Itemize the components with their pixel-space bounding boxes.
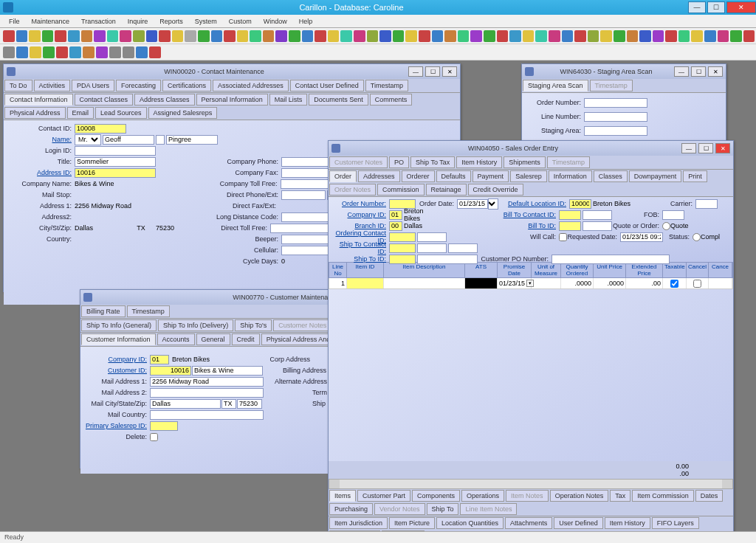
tab-ship-to-info-general-[interactable]: Ship To Info (General) — [81, 319, 157, 331]
cell-price[interactable]: .0000 — [594, 278, 626, 288]
toolbar-button-40[interactable] — [523, 30, 535, 42]
col-uom[interactable]: Unit of Measure — [532, 263, 561, 277]
cell-qty[interactable]: .0000 — [561, 278, 594, 288]
tab-information[interactable]: Information — [549, 170, 592, 182]
minimize-button[interactable]: — — [674, 66, 689, 77]
toolbar-button-25[interactable] — [328, 30, 340, 42]
ordering-contact-field[interactable] — [389, 232, 416, 242]
tab-location-quantities[interactable]: Location Quantities — [436, 517, 504, 529]
tab-operations[interactable]: Operations — [461, 490, 504, 502]
toolbar-button-33[interactable] — [432, 30, 444, 42]
cell-cancel[interactable] — [687, 278, 709, 288]
toolbar-button-11[interactable] — [149, 46, 161, 58]
tab-payment[interactable]: Payment — [472, 170, 509, 182]
tab-timestamp[interactable]: Timestamp — [365, 80, 408, 91]
toolbar-button-6[interactable] — [83, 46, 94, 58]
tab-address-classes[interactable]: Address Classes — [134, 94, 195, 106]
toolbar-button-35[interactable] — [458, 30, 470, 42]
tab-components[interactable]: Components — [412, 490, 460, 502]
toolbar-button-54[interactable] — [704, 30, 716, 42]
toolbar-button-44[interactable] — [574, 30, 586, 42]
ship-to-contact-extra-field[interactable] — [448, 243, 478, 253]
toolbar-button-5[interactable] — [68, 30, 80, 42]
toolbar-button-9[interactable] — [123, 46, 134, 58]
horizontal-scrollbar[interactable] — [329, 479, 733, 489]
last-name-field[interactable] — [166, 135, 218, 145]
login-id-field[interactable] — [75, 146, 156, 156]
salesrep-label[interactable]: Primary Salesrep ID: — [83, 422, 150, 429]
line-number-field[interactable] — [584, 112, 647, 122]
tab-ship-to-info-delivery-[interactable]: Ship To Info (Delivery) — [158, 319, 233, 331]
zip-field[interactable] — [237, 399, 262, 409]
cell-item-id[interactable] — [347, 278, 384, 288]
salesrep-field[interactable] — [150, 421, 178, 431]
customer-po-field[interactable] — [551, 255, 670, 264]
branch-id-field[interactable] — [389, 221, 402, 231]
will-call-checkbox[interactable] — [559, 233, 567, 241]
tab-ship-to-s[interactable]: Ship To's — [235, 319, 272, 331]
tab-email[interactable]: Email — [67, 107, 94, 119]
order-date-picker[interactable] — [488, 198, 498, 210]
col-unit-price[interactable]: Unit Price — [594, 263, 626, 277]
tab-customer-part[interactable]: Customer Part — [357, 490, 410, 502]
toolbar-button-21[interactable] — [275, 30, 287, 42]
delete-checkbox[interactable] — [150, 433, 158, 441]
col-cancel[interactable]: Cancel — [687, 263, 709, 277]
customer-name-field[interactable] — [192, 366, 263, 376]
tab-dates[interactable]: Dates — [695, 490, 724, 502]
cell-taxable[interactable] — [663, 278, 687, 288]
direct-phone-field[interactable] — [281, 190, 326, 200]
tab-pda-users[interactable]: PDA Users — [72, 80, 114, 91]
company-id-field[interactable] — [389, 210, 402, 220]
bill-to-id-field[interactable] — [559, 221, 581, 231]
tab-associated-addresses[interactable]: Associated Addresses — [213, 80, 289, 91]
bill-to-id-label[interactable]: Bill To ID: — [488, 222, 559, 229]
toolbar-button-50[interactable] — [653, 30, 664, 42]
name-prefix-select[interactable]: Mr. — [75, 134, 101, 145]
toolbar-button-31[interactable] — [405, 30, 417, 42]
toolbar-button-30[interactable] — [393, 30, 405, 42]
tab-order[interactable]: Order — [329, 170, 357, 182]
col-ext-price[interactable]: Extended Price — [626, 263, 663, 277]
menu-custom[interactable]: Custom — [223, 16, 258, 27]
order-number-label[interactable]: Order Number: — [330, 200, 389, 207]
mail2-field[interactable] — [150, 388, 264, 398]
toolbar-button-56[interactable] — [730, 30, 742, 42]
toolbar-button-5[interactable] — [69, 46, 81, 58]
toolbar-button-20[interactable] — [263, 30, 275, 42]
window-title-bar[interactable]: WIN64030 - Staging Area Scan —☐✕ — [522, 64, 726, 79]
toolbar-button-36[interactable] — [470, 30, 482, 42]
toolbar-button-0[interactable] — [3, 46, 15, 58]
tab-classes[interactable]: Classes — [594, 170, 628, 182]
col-extra[interactable]: Cance — [709, 263, 732, 277]
tab-item-commission[interactable]: Item Commission — [632, 490, 694, 502]
tab-commission[interactable]: Commission — [377, 184, 425, 196]
bill-to-name-field[interactable] — [583, 221, 612, 231]
toolbar-button-53[interactable] — [691, 30, 703, 42]
name-label[interactable]: Name: — [7, 136, 75, 143]
tab-item-history[interactable]: Item History — [605, 517, 650, 529]
tab-ship-to-tax[interactable]: Ship To Tax — [410, 156, 455, 168]
tab-defaults[interactable]: Defaults — [436, 170, 471, 182]
toolbar-button-47[interactable] — [614, 30, 625, 42]
tab-lead-sources[interactable]: Lead Sources — [95, 107, 147, 119]
tab-contact-user-defined[interactable]: Contact User Defined — [290, 80, 364, 91]
ship-to-name-field[interactable] — [417, 255, 478, 264]
tab-user-defined[interactable]: User Defined — [554, 517, 603, 529]
toolbar-button-11[interactable] — [146, 30, 158, 42]
menu-window[interactable]: Window — [258, 16, 293, 27]
toolbar-button-28[interactable] — [367, 30, 379, 42]
customer-id-label[interactable]: Customer ID: — [83, 367, 150, 374]
col-promise-date[interactable]: Promise Date — [498, 263, 532, 277]
toolbar-button-27[interactable] — [354, 30, 365, 42]
middle-field[interactable] — [156, 135, 165, 145]
maximize-button[interactable]: ☐ — [698, 143, 713, 153]
ship-to-contact-field[interactable] — [389, 243, 416, 253]
branch-id-label[interactable]: Branch ID: — [330, 222, 389, 229]
cell-promise-date[interactable]: 01/23/15▾ — [498, 278, 532, 288]
toolbar-button-26[interactable] — [340, 30, 352, 42]
grid-row[interactable]: 1 01/23/15▾ .0000 .0000 .00 — [329, 278, 733, 289]
tab-operation-notes[interactable]: Operation Notes — [550, 490, 609, 502]
staging-area-field[interactable] — [584, 126, 647, 136]
toolbar-button-15[interactable] — [198, 30, 210, 42]
